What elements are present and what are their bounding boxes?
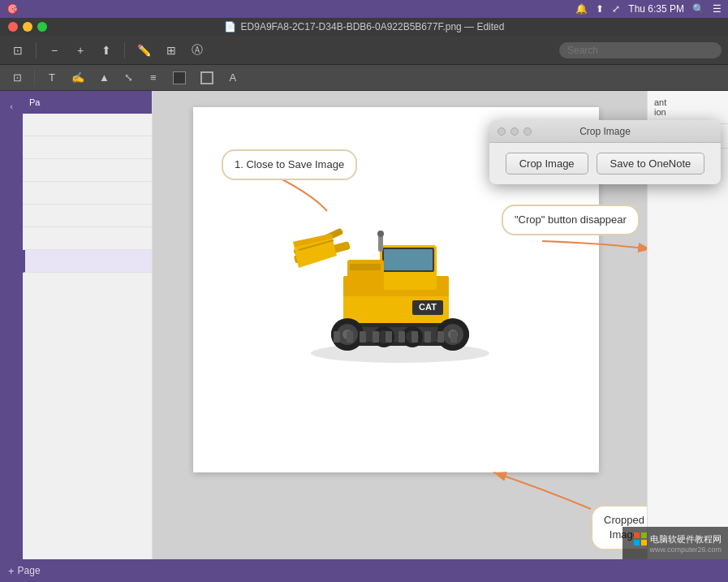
text-tool-button[interactable]: T (41, 68, 62, 88)
app-toolbar: ⊡ − + ⬆ ✏️ ⊞ Ⓐ (0, 36, 728, 65)
zoom-out-icon: − (51, 44, 58, 57)
win-sq-blue (634, 540, 640, 545)
svg-rect-28 (347, 331, 353, 343)
bulldozer-image: CAT (286, 211, 506, 369)
fmt-sep-1 (34, 70, 35, 86)
resize-button[interactable]: ⤡ (118, 68, 140, 88)
annotate-button[interactable]: Ⓐ (186, 40, 209, 61)
watermark-site: 电脑软硬件教程网 (650, 533, 722, 545)
watermark-top: 电脑软硬件教程网 (634, 532, 722, 545)
annotate-icon: Ⓐ (192, 43, 203, 58)
notebook-item-2[interactable] (23, 136, 152, 159)
crop-dialog-body: Crop Image Save to OneNote (489, 143, 721, 184)
win-sq-green (641, 532, 647, 538)
toolbar-separator-1 (36, 42, 37, 58)
svg-point-38 (377, 231, 384, 237)
notebook-item-4[interactable] (23, 182, 152, 205)
svg-rect-27 (334, 331, 340, 343)
search-icon: 🔍 (692, 3, 704, 15)
crop-dialog-title: Crop Image (579, 126, 631, 137)
dialog-dot-1 (498, 127, 506, 136)
traffic-lights (8, 22, 47, 32)
watermark: 电脑软硬件教程网 www.computer26.com (622, 527, 728, 559)
maximize-button[interactable] (37, 22, 47, 32)
zoom-in-icon: + (77, 44, 84, 57)
right-panel-label: ant (654, 97, 666, 107)
close-button[interactable] (8, 22, 18, 32)
fullscreen-icon: ⤢ (612, 3, 620, 15)
border-button[interactable] (195, 68, 219, 88)
crop-tool-button[interactable]: ⊞ (160, 40, 183, 61)
minimize-button[interactable] (23, 22, 32, 32)
crop-image-dialog: Crop Image Crop Image Save to OneNote (489, 120, 721, 184)
left-sidebar: ‹ (0, 91, 23, 582)
format-toolbar: ⊡ T ✍ ▲ ⤡ ≡ A (0, 65, 728, 91)
plus-icon: + (8, 565, 15, 577)
notebook-item-1[interactable] (23, 114, 152, 136)
notebook-title: Pa (29, 97, 40, 107)
notebook-panel: Pa (23, 91, 153, 582)
dialog-dot-2 (510, 127, 519, 136)
filename-text: ED9A9FA8-2C17-D34B-BDB6-0A922B5B677F.png… (241, 21, 505, 32)
color-picker-button[interactable] (167, 68, 192, 88)
notebook-item-5[interactable] (23, 205, 152, 227)
sidebar-chevron-button[interactable]: ‹ (2, 97, 20, 115)
right-panel-top: ant ion (648, 91, 728, 124)
svg-rect-29 (360, 331, 366, 343)
share-icon: ⬆ (101, 44, 111, 57)
titlebar-left (8, 22, 47, 32)
menubar-right: 🔔 ⬆ ⤢ Thu 6:35 PM 🔍 ☰ (575, 3, 722, 15)
svg-text:CAT: CAT (419, 302, 437, 312)
add-page-button[interactable]: + Page (8, 565, 41, 577)
svg-rect-5 (384, 249, 433, 270)
crop-dialog-titlebar: Crop Image (489, 120, 721, 143)
notebook-header: Pa (23, 91, 152, 114)
save-to-onenote-button[interactable]: Save to OneNote (597, 153, 705, 175)
notebook-item-3[interactable] (23, 159, 152, 182)
windows-logo (634, 532, 647, 545)
search-input[interactable] (559, 42, 722, 58)
svg-rect-34 (424, 331, 431, 343)
menu-icon: ☰ (713, 3, 722, 15)
notebook-item-7[interactable] (23, 250, 152, 273)
watermark-url: www.computer26.com (649, 545, 722, 554)
sidebar-toggle-button[interactable]: ⊡ (6, 40, 29, 61)
svg-rect-31 (386, 331, 392, 343)
bottom-bar: + Page (0, 559, 728, 582)
align-button[interactable]: ≡ (143, 68, 164, 88)
svg-rect-37 (378, 235, 383, 252)
zoom-in-button[interactable]: + (69, 40, 92, 61)
notification-icon: 🔔 (575, 3, 588, 15)
svg-rect-30 (373, 331, 379, 343)
zoom-out-button[interactable]: − (43, 40, 66, 61)
close-to-save-callout: 1. Close to Save Image (222, 149, 357, 180)
win-sq-red (634, 532, 640, 538)
close-to-save-bubble: 1. Close to Save Image (222, 149, 357, 180)
system-menubar: 🎯 🔔 ⬆ ⤢ Thu 6:35 PM 🔍 ☰ (0, 0, 728, 18)
win-sq-yellow (641, 540, 647, 545)
notebook-item-6[interactable] (23, 227, 152, 250)
pen-icon: ✏️ (137, 44, 151, 57)
svg-rect-33 (411, 331, 418, 343)
file-icon: 📄 (224, 21, 236, 32)
toolbar-separator-2 (124, 42, 125, 58)
apple-icon: 🎯 (6, 3, 19, 15)
right-panel-sublabel: ion (654, 107, 666, 117)
time-display: Thu 6:35 PM (628, 3, 684, 15)
pen-tool-button[interactable]: ✏️ (131, 40, 157, 61)
titlebar-filename: 📄 ED9A9FA8-2C17-D34B-BDB6-0A922B5B677F.p… (224, 21, 505, 32)
shape-button[interactable]: ▲ (93, 68, 115, 88)
crop-disappear-bubble: "Crop" button disappear (502, 205, 640, 235)
dialog-dot-3 (523, 127, 532, 136)
font-button[interactable]: A (222, 68, 243, 88)
share-icon: ⬆ (596, 3, 604, 15)
svg-rect-36 (450, 331, 457, 343)
crop-image-button[interactable]: Crop Image (506, 153, 588, 175)
signature-button[interactable]: ✍ (66, 68, 90, 88)
menubar-left: 🎯 (6, 3, 19, 15)
selection-tool-button[interactable]: ⊡ (6, 68, 28, 88)
share-button[interactable]: ⬆ (95, 40, 118, 61)
svg-rect-7 (350, 264, 381, 270)
crop-disappear-callout: "Crop" button disappear (502, 205, 640, 235)
svg-rect-35 (437, 331, 444, 343)
